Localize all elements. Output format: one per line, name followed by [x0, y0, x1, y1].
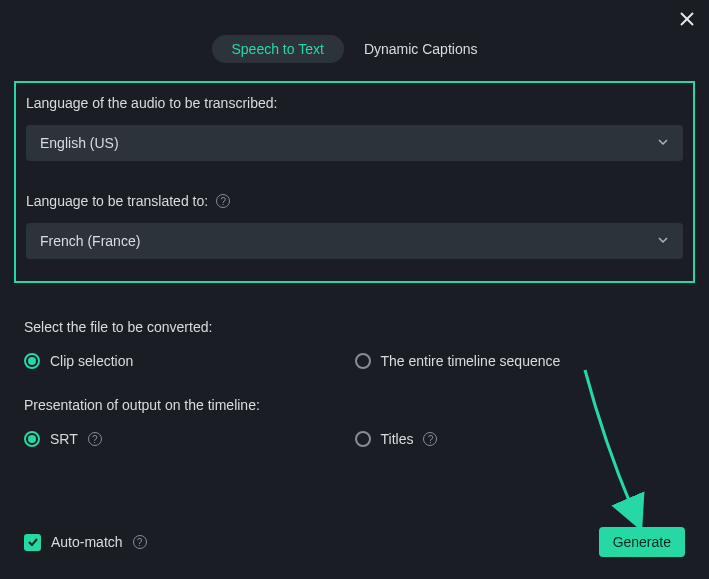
- presentation-label: Presentation of output on the timeline:: [24, 397, 685, 413]
- tab-speech-to-text[interactable]: Speech to Text: [212, 35, 344, 63]
- translate-language-select[interactable]: French (France): [26, 223, 683, 259]
- language-settings-panel: Language of the audio to be transcribed:…: [14, 81, 695, 283]
- help-icon[interactable]: ?: [88, 432, 102, 446]
- radio-icon: [24, 353, 40, 369]
- translate-to-label: Language to be translated to: ?: [26, 193, 683, 209]
- bottom-bar: Auto-match ? Generate: [24, 527, 685, 557]
- help-icon[interactable]: ?: [216, 194, 230, 208]
- radio-label: The entire timeline sequence: [381, 353, 561, 369]
- chevron-down-icon: [657, 135, 669, 151]
- auto-match-label: Auto-match: [51, 534, 123, 550]
- radio-clip-selection[interactable]: Clip selection: [24, 353, 355, 369]
- chevron-down-icon: [657, 233, 669, 249]
- tab-bar: Speech to Text Dynamic Captions: [0, 35, 709, 63]
- radio-icon: [355, 353, 371, 369]
- radio-label: Titles: [381, 431, 414, 447]
- select-file-label: Select the file to be converted:: [24, 319, 685, 335]
- radio-label: SRT: [50, 431, 78, 447]
- radio-icon: [24, 431, 40, 447]
- tab-dynamic-captions[interactable]: Dynamic Captions: [344, 35, 498, 63]
- radio-titles[interactable]: Titles ?: [355, 431, 686, 447]
- radio-srt[interactable]: SRT ?: [24, 431, 355, 447]
- audio-language-select[interactable]: English (US): [26, 125, 683, 161]
- checkbox-icon: [24, 534, 41, 551]
- radio-label: Clip selection: [50, 353, 133, 369]
- options-section: Select the file to be converted: Clip se…: [0, 283, 709, 447]
- close-icon[interactable]: [679, 10, 695, 30]
- auto-match-checkbox[interactable]: Auto-match ?: [24, 534, 147, 551]
- audio-language-label: Language of the audio to be transcribed:: [26, 95, 683, 111]
- help-icon[interactable]: ?: [133, 535, 147, 549]
- generate-button[interactable]: Generate: [599, 527, 685, 557]
- help-icon[interactable]: ?: [423, 432, 437, 446]
- audio-language-value: English (US): [40, 135, 119, 151]
- translate-language-value: French (France): [40, 233, 140, 249]
- radio-entire-timeline[interactable]: The entire timeline sequence: [355, 353, 686, 369]
- radio-icon: [355, 431, 371, 447]
